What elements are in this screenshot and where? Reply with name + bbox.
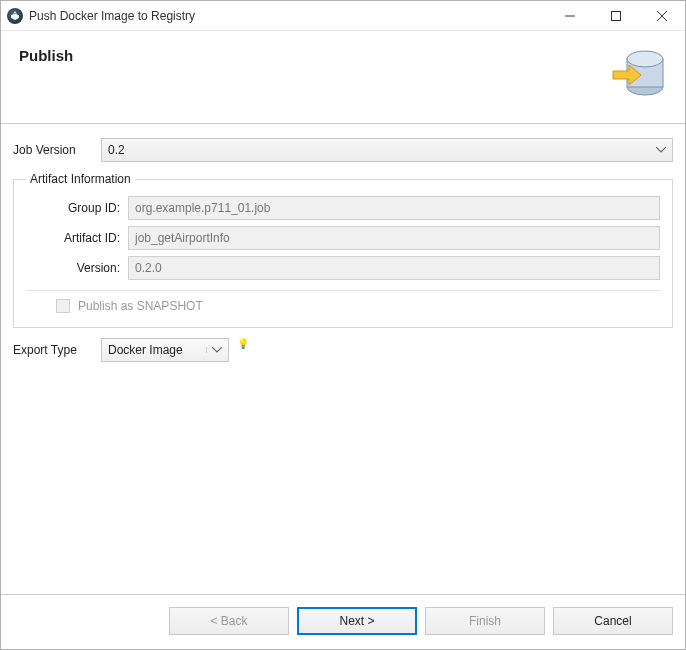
finish-button: Finish (425, 607, 545, 635)
cancel-button[interactable]: Cancel (553, 607, 673, 635)
group-id-field (128, 196, 660, 220)
job-version-row: Job Version 0.2 (13, 138, 673, 162)
version-row: Version: (26, 256, 660, 280)
version-field (128, 256, 660, 280)
group-id-row: Group ID: (26, 196, 660, 220)
export-type-value: Docker Image (108, 343, 183, 357)
titlebar: Push Docker Image to Registry (1, 1, 685, 31)
artifact-legend: Artifact Information (26, 172, 135, 186)
snapshot-label: Publish as SNAPSHOT (78, 299, 203, 313)
svg-rect-1 (612, 11, 621, 20)
artifact-id-row: Artifact ID: (26, 226, 660, 250)
publish-icon (611, 43, 667, 99)
snapshot-checkbox (56, 299, 70, 313)
app-icon (7, 8, 23, 24)
maximize-button[interactable] (593, 1, 639, 31)
snapshot-row: Publish as SNAPSHOT (26, 290, 660, 313)
window-title: Push Docker Image to Registry (29, 9, 547, 23)
job-version-label: Job Version (13, 143, 95, 157)
group-id-label: Group ID: (26, 201, 128, 215)
next-button[interactable]: Next > (297, 607, 417, 635)
minimize-button[interactable] (547, 1, 593, 31)
export-type-select[interactable]: Docker Image (101, 338, 229, 362)
artifact-id-label: Artifact ID: (26, 231, 128, 245)
svg-point-6 (627, 51, 663, 67)
export-type-label: Export Type (13, 343, 95, 357)
export-type-row: Export Type Docker Image 💡 (13, 338, 673, 362)
job-version-select[interactable]: 0.2 (101, 138, 673, 162)
job-version-value: 0.2 (108, 143, 125, 157)
chevron-down-icon (656, 147, 666, 153)
chevron-down-icon (206, 347, 222, 353)
version-label: Version: (26, 261, 128, 275)
artifact-fieldset: Artifact Information Group ID: Artifact … (13, 172, 673, 328)
page-title: Publish (19, 47, 73, 64)
hint-bulb-icon: 💡 (237, 338, 249, 349)
back-button: < Back (169, 607, 289, 635)
footer-buttons: < Back Next > Finish Cancel (1, 595, 685, 649)
content-area: Job Version 0.2 Artifact Information Gro… (1, 123, 685, 595)
close-button[interactable] (639, 1, 685, 31)
artifact-id-field (128, 226, 660, 250)
header-banner: Publish (1, 31, 685, 123)
